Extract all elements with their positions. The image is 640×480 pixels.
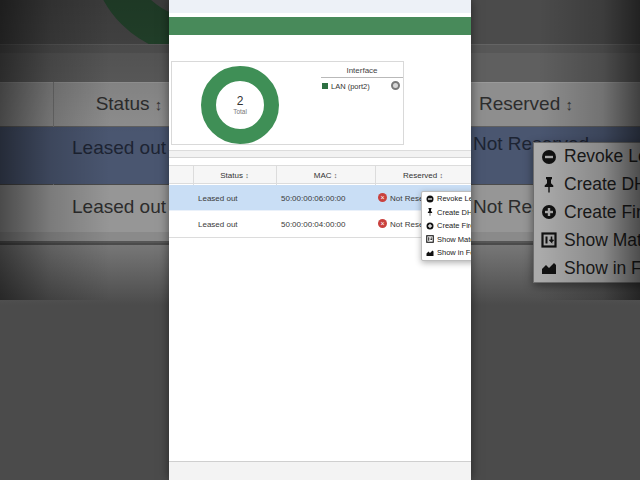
- panel-divider: [169, 150, 471, 158]
- column-header-mac[interactable]: MAC ↕: [276, 171, 375, 180]
- video-frame: Status ↕ Reserved ↕ Leased out Not Reser…: [0, 0, 640, 480]
- menu-item-show-matches[interactable]: Show Matc: [422, 233, 471, 247]
- legend-divider: [321, 77, 403, 78]
- menu-item-create-dhcp[interactable]: Create DH: [422, 206, 471, 220]
- page-footer: [169, 461, 471, 480]
- mac-cell: 50:00:00:04:00:00: [281, 220, 346, 229]
- legend-title: Interface: [321, 66, 403, 75]
- sort-icon: ↕: [439, 172, 443, 179]
- column-header-label: Status: [220, 171, 243, 180]
- leases-stats-panel: 2 Total Interface LAN (port2): [171, 61, 404, 145]
- not-reserved-icon: ×: [378, 193, 387, 202]
- app-viewport: 2 Total Interface LAN (port2) Status ↕ M…: [169, 0, 471, 480]
- menu-item-show-in-chart[interactable]: Show in Fo: [422, 246, 471, 260]
- not-reserved-icon: ×: [378, 219, 387, 228]
- vignette-overlay: [471, 0, 640, 300]
- status-cell: Leased out: [198, 220, 238, 229]
- sort-icon: ↕: [245, 172, 249, 179]
- legend-color-swatch: [322, 83, 328, 89]
- menu-item-label: Revoke Lea: [437, 194, 471, 203]
- menu-item-label: Create DH: [437, 208, 471, 217]
- menu-item-create-firewall[interactable]: Create Fire: [422, 219, 471, 233]
- sort-icon: ↕: [334, 172, 338, 179]
- area-chart-icon: [426, 249, 434, 257]
- menu-item-label: Show in Fo: [437, 248, 471, 257]
- column-header-status[interactable]: Status ↕: [193, 171, 276, 180]
- legend-item-lan-port2[interactable]: LAN (port2): [331, 82, 370, 91]
- legend-toggle-icon[interactable]: [391, 81, 400, 90]
- browser-top-bar: [169, 0, 471, 13]
- vignette-overlay: [0, 0, 169, 300]
- menu-item-label: Show Matc: [437, 235, 471, 244]
- column-header-reserved[interactable]: Reserved ↕: [375, 171, 471, 180]
- show-matches-icon: [426, 235, 434, 243]
- mac-cell: 50:00:00:06:00:00: [281, 194, 346, 203]
- table-header-row: Status ↕ MAC ↕ Reserved ↕: [169, 165, 471, 184]
- plus-circle-icon: [426, 222, 434, 230]
- context-menu: Revoke Lea Create DH Create Fire Show Ma…: [421, 191, 471, 261]
- app-header-bar: [169, 17, 471, 35]
- menu-item-revoke-lease[interactable]: Revoke Lea: [422, 192, 471, 206]
- column-header-label: Reserved: [403, 171, 437, 180]
- column-header-label: MAC: [314, 171, 332, 180]
- donut-total-label: Total: [210, 108, 270, 115]
- minus-circle-icon: [426, 195, 434, 203]
- donut-total-value: 2: [210, 95, 270, 107]
- pin-icon: [426, 208, 434, 216]
- menu-item-label: Create Fire: [437, 221, 471, 230]
- status-cell: Leased out: [198, 194, 238, 203]
